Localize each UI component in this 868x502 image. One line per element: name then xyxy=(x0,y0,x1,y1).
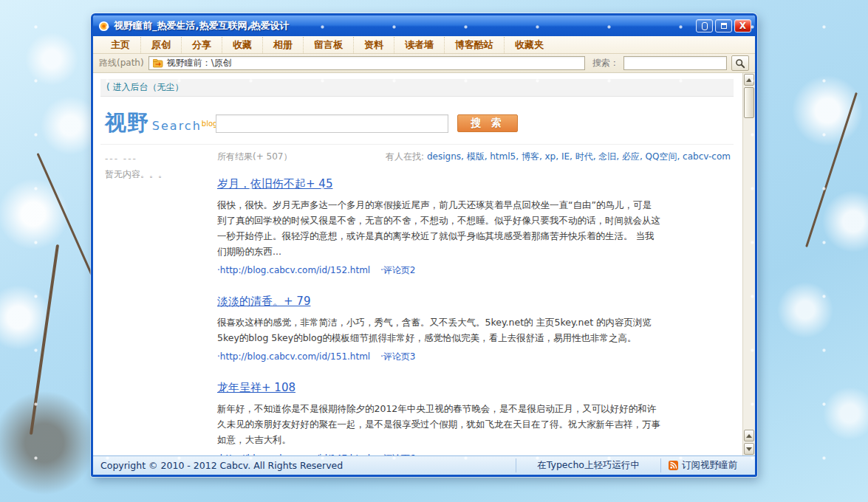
background-art xyxy=(37,153,93,275)
desktop-background: 视野瞳前_热爱生活,热爱互联网,热爱设计 X 主页 原创 分享 收藏 相册 留言… xyxy=(0,0,868,502)
divider xyxy=(100,144,734,145)
typecho-status-text: 在Typecho上轻巧运行中 xyxy=(516,459,660,472)
hot-tag-link[interactable]: html5 xyxy=(490,151,522,162)
background-art xyxy=(30,244,59,435)
hot-tag-link[interactable]: designs xyxy=(427,151,467,162)
hot-search-line: 有人在找: designs模版html5博客xpIE时代念旧必应QQ空间cabc… xyxy=(386,151,731,163)
menu-item-home[interactable]: 主页 xyxy=(100,37,141,53)
site-logo[interactable]: 视野 Searchblog xyxy=(105,109,216,138)
hot-tag-link[interactable]: QQ空间 xyxy=(646,151,683,162)
menu-item-guestbook[interactable]: 留言板 xyxy=(304,37,354,53)
window-title: 视野瞳前_热爱生活,热爱互联网,热爱设计 xyxy=(114,19,694,32)
post-title-link[interactable]: 龙年呈祥+ 108 xyxy=(217,381,295,395)
results-count: 所有结果(+ 507） xyxy=(217,151,292,163)
close-button[interactable]: X xyxy=(734,19,751,32)
scroll-down-icon xyxy=(746,447,752,451)
post-comments-link[interactable]: ·评论页6 xyxy=(380,453,415,455)
hot-search-label: 有人在找: xyxy=(386,151,427,162)
hot-tag-link[interactable]: 念旧 xyxy=(598,151,622,162)
address-folder-icon xyxy=(153,59,163,68)
browser-window: 视野瞳前_热爱生活,热爱互联网,热爱设计 X 主页 原创 分享 收藏 相册 留言… xyxy=(91,13,757,477)
window-logo-icon xyxy=(98,21,109,32)
scroll-up-icon xyxy=(746,434,752,438)
hot-tag-link[interactable]: 博客 xyxy=(522,151,545,162)
rss-icon xyxy=(669,461,678,470)
minimize-icon xyxy=(702,22,708,30)
post-url-link[interactable]: ·http://blog.cabcv.com/id/147.html xyxy=(217,453,370,455)
scroll-up-icon xyxy=(746,78,752,82)
post-url-link[interactable]: ·http://blog.cabcv.com/id/152.html xyxy=(217,265,370,275)
restore-icon xyxy=(721,23,727,29)
post-links: ·http://blog.cabcv.com/id/151.html ·评论页3 xyxy=(217,351,660,363)
logo-main-text: 视野 xyxy=(105,110,149,135)
admin-strip: ( 进入后台（无尘） xyxy=(100,79,734,97)
menu-item-profile[interactable]: 资料 xyxy=(354,37,394,53)
site-search-button[interactable]: 搜 索 xyxy=(457,114,518,132)
hot-tag-link[interactable]: cabcv-com xyxy=(683,151,731,162)
scrollbar-thumb[interactable] xyxy=(744,87,754,118)
toolbar-search-button[interactable] xyxy=(731,55,749,71)
hot-tag-link[interactable]: IE xyxy=(561,151,575,162)
footer-bar: Copyright © 2010 - 2012 Cabcv. All Right… xyxy=(93,455,755,475)
address-path-text: 视野瞳前：\原创 xyxy=(167,57,232,69)
subscribe-label: 订阅视野瞳前 xyxy=(682,459,737,472)
logo-sub-text: Search xyxy=(152,119,202,133)
menu-bar: 主页 原创 分享 收藏 相册 留言板 资料 读者墙 博客酷站 收藏夹 xyxy=(93,36,755,54)
post-excerpt: 很快，很快。岁月无声多达一个多月的寒假接近尾声，前几天还琢莫着早点回校坐一直“自… xyxy=(217,197,660,259)
menu-item-original[interactable]: 原创 xyxy=(141,37,182,53)
results-column: 所有结果(+ 507） 有人在找: designs模版html5博客xpIE时代… xyxy=(217,149,734,455)
post-excerpt: 很喜欢这样的感觉，非常简洁，小巧，秀气，含蓄。又不丢大气。5key.net的 主… xyxy=(217,314,660,345)
toolbar-search-label: 搜索： xyxy=(592,57,619,69)
page-content: ( 进入后台（无尘） 视野 Searchblog 搜 索 --- --- 暂无内… xyxy=(93,73,755,455)
left-sidebar: --- --- 暂无内容。。。 xyxy=(100,149,217,455)
path-bar: 路线(path) 视野瞳前：\原创 搜索： xyxy=(93,54,755,73)
site-search-row: 视野 Searchblog 搜 索 xyxy=(100,109,734,138)
post-excerpt: 新年好，不知道你是不是很期待除夕的2012年中央卫视的春节晚会，是不是很启动正月… xyxy=(217,401,660,447)
post-item: 淡淡的清香。+ 79 很喜欢这样的感觉，非常简洁，小巧，秀气，含蓄。又不丢大气。… xyxy=(217,295,660,363)
menu-item-album[interactable]: 相册 xyxy=(263,37,304,53)
post-title-link[interactable]: 岁月，依旧伤不起+ 45 xyxy=(217,177,332,191)
path-label: 路线(path) xyxy=(99,57,144,69)
menu-item-blogroll[interactable]: 博客酷站 xyxy=(445,37,505,53)
subscribe-link[interactable]: 订阅视野瞳前 xyxy=(661,459,748,472)
hot-tag-link[interactable]: 模版 xyxy=(467,151,491,162)
post-links: ·http://blog.cabcv.com/id/147.html ·评论页6 xyxy=(217,453,660,455)
scroll-up-button[interactable] xyxy=(744,74,754,86)
post-item: 岁月，依旧伤不起+ 45 很快，很快。岁月无声多达一个多月的寒假接近尾声，前几天… xyxy=(217,177,660,277)
toolbar-search-input[interactable] xyxy=(623,56,727,70)
content-scroll-area: ( 进入后台（无尘） 视野 Searchblog 搜 索 --- --- 暂无内… xyxy=(93,73,742,455)
minimize-button[interactable] xyxy=(696,19,713,32)
scroll-down-button[interactable] xyxy=(744,443,754,455)
title-bar[interactable]: 视野瞳前_热爱生活,热爱互联网,热爱设计 X xyxy=(93,16,755,36)
post-comments-link[interactable]: ·评论页2 xyxy=(380,265,415,275)
post-title-link[interactable]: 淡淡的清香。+ 79 xyxy=(217,295,310,309)
results-header: 所有结果(+ 507） 有人在找: designs模版html5博客xpIE时代… xyxy=(217,149,731,163)
address-bar[interactable]: 视野瞳前：\原创 xyxy=(148,56,585,70)
post-item: 龙年呈祥+ 108 新年好，不知道你是不是很期待除夕的2012年中央卫视的春节晚… xyxy=(217,381,660,455)
copyright-text: Copyright © 2010 - 2012 Cabcv. All Right… xyxy=(100,460,516,471)
menu-item-readers[interactable]: 读者墙 xyxy=(394,37,445,53)
menu-item-share[interactable]: 分享 xyxy=(182,37,222,53)
sidebar-placeholder-dashes: --- --- xyxy=(105,154,217,164)
menu-item-favorites[interactable]: 收藏夹 xyxy=(505,37,554,53)
post-comments-link[interactable]: ·评论页3 xyxy=(380,351,415,362)
menu-item-collect[interactable]: 收藏 xyxy=(222,37,263,53)
hot-tag-link[interactable]: xp xyxy=(545,151,561,162)
post-url-link[interactable]: ·http://blog.cabcv.com/id/151.html xyxy=(217,351,370,362)
vertical-scrollbar[interactable] xyxy=(742,73,755,455)
hot-tag-link[interactable]: 时代 xyxy=(575,151,599,162)
background-art xyxy=(805,92,858,247)
post-links: ·http://blog.cabcv.com/id/152.html ·评论页2 xyxy=(217,264,660,277)
magnifier-icon xyxy=(735,58,745,69)
sidebar-empty-text: 暂无内容。。。 xyxy=(105,168,217,181)
admin-backend-link[interactable]: ( 进入后台（无尘） xyxy=(106,81,184,94)
hot-tag-link[interactable]: 必应 xyxy=(622,151,646,162)
restore-button[interactable] xyxy=(715,19,732,32)
site-search-input[interactable] xyxy=(216,114,448,133)
scroll-up-button-bottom[interactable] xyxy=(744,430,754,441)
